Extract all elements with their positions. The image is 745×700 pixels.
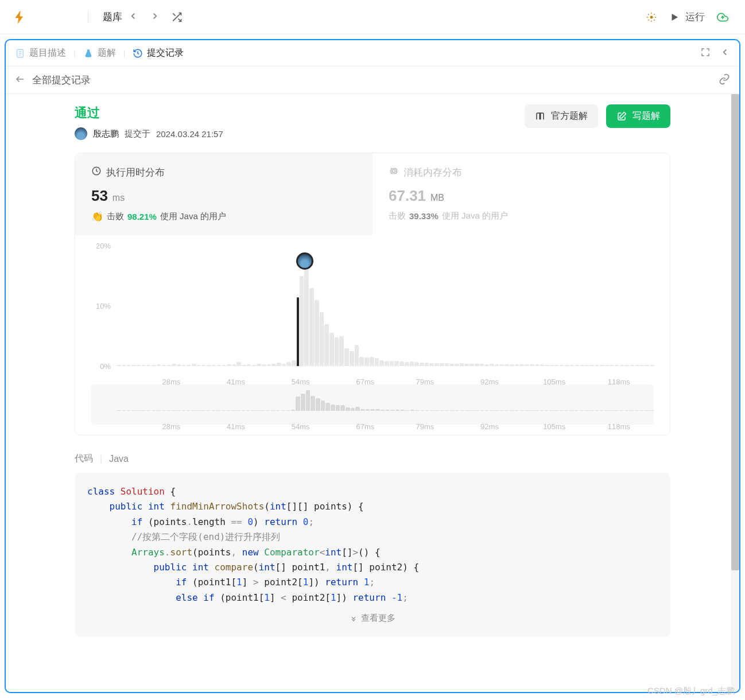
run-button[interactable]: 运行 [669, 10, 705, 24]
code-language: Java [109, 454, 129, 464]
scrollbar-thumb[interactable] [731, 94, 739, 570]
divider [88, 11, 88, 24]
avatar-marker [296, 252, 313, 270]
runtime-metric[interactable]: 执行用时分布 53 ms 👏 击败 98.21% 使用 Java 的用户 [75, 153, 372, 235]
memory-beat-suffix: 使用 Java 的用户 [442, 211, 508, 221]
user-name[interactable]: 殷志鹏 [93, 129, 119, 139]
official-solution-button[interactable]: 官方题解 [525, 104, 598, 128]
prev-problem-button[interactable] [128, 11, 138, 23]
tab-description-label: 题目描述 [29, 47, 66, 59]
fullscreen-button[interactable] [700, 47, 711, 59]
svg-rect-18 [393, 170, 395, 173]
memory-metric[interactable]: 消耗内存分布 67.31 MB 击败 39.33% 使用 Java 的用户 [372, 153, 670, 235]
tab-solutions[interactable]: 题解 [83, 47, 116, 59]
tab-description[interactable]: 题目描述 [15, 47, 66, 59]
back-button[interactable] [15, 74, 25, 86]
submit-cloud-button[interactable] [716, 11, 729, 24]
page-icon [15, 48, 25, 59]
official-solution-label: 官方题解 [551, 110, 588, 122]
run-label: 运行 [685, 10, 705, 24]
svg-marker-10 [672, 14, 678, 21]
y-tick: 10% [96, 302, 111, 310]
memory-beat-label: 击败 [389, 211, 406, 221]
chart-area: 20% 10% 0% 28ms41ms54ms67ms79ms92ms105ms… [75, 235, 670, 435]
y-tick: 20% [96, 242, 111, 250]
tab-submissions-label: 提交记录 [147, 47, 184, 59]
next-problem-button[interactable] [150, 11, 160, 23]
share-link-button[interactable] [719, 73, 730, 87]
scrollbar-track[interactable] [731, 94, 739, 690]
main-panel: 题目描述 | 题解 | 提交记录 全部提交记录 [5, 39, 740, 693]
submitted-prefix: 提交于 [125, 129, 150, 139]
svg-rect-17 [391, 169, 397, 174]
shuffle-button[interactable] [170, 11, 183, 24]
status-row: 通过 殷志鹏 提交于 2024.03.24 21:57 官方题解 [75, 104, 670, 140]
content-scroll: 通过 殷志鹏 提交于 2024.03.24 21:57 官方题解 [6, 94, 739, 690]
problem-set-button[interactable]: 题库 [97, 10, 122, 24]
user-line: 殷志鹏 提交于 2024.03.24 21:57 [75, 127, 223, 140]
chart-minimap[interactable]: 28ms41ms54ms67ms79ms92ms105ms118ms [91, 384, 654, 425]
problem-set-label: 题库 [103, 10, 122, 24]
subheader: 全部提交记录 [6, 67, 739, 94]
tab-divider: | [73, 49, 76, 58]
code-block: class Solution { public int findMinArrow… [75, 473, 670, 637]
svg-line-8 [173, 13, 175, 15]
runtime-unit: ms [112, 193, 125, 203]
subheader-title: 全部提交记录 [32, 73, 91, 87]
code-label: 代码 [75, 453, 93, 465]
memory-title: 消耗内存分布 [403, 166, 462, 179]
tab-submissions[interactable]: 提交记录 [133, 47, 184, 59]
memory-beat-pct: 39.33% [409, 211, 439, 221]
history-icon [133, 48, 143, 59]
runtime-beat-suffix: 使用 Java 的用户 [160, 211, 226, 222]
code-header: 代码 | Java [75, 453, 670, 465]
tab-solutions-label: 题解 [98, 47, 116, 59]
chip-icon [389, 166, 399, 179]
svg-point-9 [650, 15, 653, 18]
tabs-bar: 题目描述 | 题解 | 提交记录 [6, 40, 739, 67]
memory-unit: MB [430, 193, 444, 203]
clock-icon [91, 166, 102, 179]
runtime-chart[interactable]: 20% 10% 0% 28ms41ms54ms67ms79ms92ms105ms… [91, 246, 654, 378]
runtime-title: 执行用时分布 [106, 166, 165, 179]
show-more-label: 查看更多 [361, 611, 395, 625]
y-tick: 0% [100, 362, 111, 371]
flask-icon [83, 48, 94, 59]
collapse-button[interactable] [720, 47, 730, 59]
runtime-value: 53 [91, 187, 108, 204]
tab-divider: | [123, 49, 126, 58]
write-solution-label: 写题解 [633, 110, 660, 122]
show-more-button[interactable]: 查看更多 [87, 605, 658, 625]
runtime-beat-pct: 98.21% [127, 212, 157, 221]
write-solution-button[interactable]: 写题解 [606, 104, 670, 128]
logo[interactable] [11, 9, 28, 25]
debug-button[interactable] [645, 11, 658, 24]
metrics-card: 执行用时分布 53 ms 👏 击败 98.21% 使用 Java 的用户 [75, 153, 670, 435]
clap-icon: 👏 [91, 211, 103, 223]
runtime-beat-label: 击败 [107, 211, 124, 222]
top-toolbar: 题库 运行 [0, 0, 745, 34]
avatar[interactable] [75, 127, 87, 140]
submitted-at: 2024.03.24 21:57 [156, 129, 223, 139]
memory-value: 67.31 [389, 187, 426, 204]
status-label: 通过 [75, 104, 223, 122]
